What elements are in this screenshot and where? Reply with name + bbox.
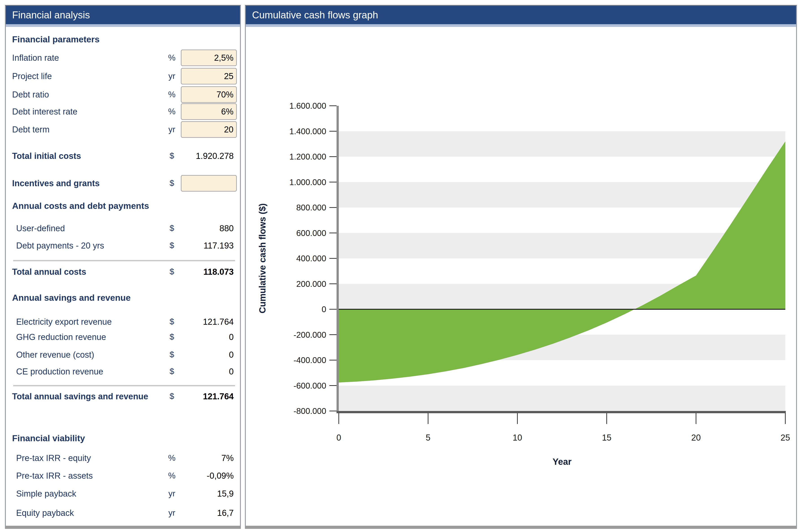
y-axis-spine (337, 106, 339, 411)
pretax-irr-assets-value: -0,09% (181, 471, 237, 481)
pretax-irr-assets-unit: % (163, 471, 181, 480)
total-annual-costs-value: 118.073 (181, 267, 237, 277)
total-annual-costs-row: Total annual costs$118.073 (12, 263, 237, 281)
simple-payback-label: Simple payback (12, 489, 163, 499)
simple-payback-value: 15,9 (181, 489, 237, 499)
annual-savings-heading-row: Annual savings and revenue (12, 289, 237, 307)
x-tick-label: 0 (336, 433, 341, 442)
financial-parameters-heading-row: Financial parameters (12, 31, 237, 49)
other-revenue-cost-value: 0 (181, 350, 237, 360)
debt-ratio-input[interactable]: 70% (181, 86, 237, 103)
debt-payments-20yrs-label: Debt payments - 20 yrs (12, 241, 163, 250)
savings-divider (13, 385, 235, 386)
header-strip (246, 24, 796, 27)
pretax-irr-equity-value: 7% (181, 453, 237, 463)
inflation-rate-row: Inflation rate%2,5% (12, 49, 237, 67)
total-annual-costs-label: Total annual costs (12, 267, 163, 277)
debt-payments-20yrs-unit: $ (163, 241, 181, 250)
y-tick-label: 0 (322, 305, 326, 314)
user-defined-unit: $ (163, 224, 181, 233)
ce-production-revenue-value: 0 (181, 367, 237, 377)
x-tick-label: 10 (513, 433, 522, 442)
project-life-unit: yr (163, 72, 181, 81)
total-initial-costs-value: 1.920.278 (181, 151, 237, 161)
inflation-rate-unit: % (163, 53, 181, 62)
equity-payback-unit: yr (163, 508, 181, 518)
debt-term-label: Debt term (12, 125, 163, 134)
debt-ratio-row: Debt ratio%70% (12, 86, 237, 103)
debt-ratio-unit: % (163, 90, 181, 99)
grid-band (339, 182, 785, 208)
ce-production-revenue-row: CE production revenue$0 (12, 363, 237, 381)
x-tick-label: 5 (426, 433, 431, 442)
financial-analysis-header: Financial analysis (6, 6, 240, 24)
project-life-input[interactable]: 25 (181, 68, 237, 84)
grid-band (339, 131, 785, 157)
debt-interest-rate-unit: % (163, 107, 181, 116)
total-initial-costs-label: Total initial costs (12, 151, 163, 161)
y-tick-label: 1.000.000 (289, 178, 326, 187)
y-tick-label: 600.000 (296, 229, 326, 238)
x-axis-title: Year (553, 457, 572, 467)
pretax-irr-equity-label: Pre-tax IRR - equity (12, 453, 163, 463)
simple-payback-row: Simple paybackyr15,9 (12, 485, 237, 502)
debt-term-input[interactable]: 20 (181, 121, 237, 138)
x-tick-label: 15 (602, 433, 611, 442)
pretax-irr-assets-row: Pre-tax IRR - assets%-0,09% (12, 467, 237, 485)
header-strip (6, 24, 240, 27)
total-annual-costs-unit: $ (163, 267, 181, 277)
y-tick-label: -600.000 (293, 381, 326, 391)
debt-payments-20yrs-value: 117.193 (181, 241, 237, 250)
costs-divider (13, 260, 235, 261)
y-tick-label: 800.000 (296, 203, 326, 212)
pretax-irr-equity-row: Pre-tax IRR - equity%7% (12, 449, 237, 467)
financial-analysis-body: Financial parametersInflation rate%2,5%P… (6, 27, 240, 526)
financial-viability-heading-row: Financial viability (12, 429, 237, 447)
grid-band (339, 386, 785, 411)
y-tick-label: 200.000 (296, 280, 326, 289)
debt-interest-rate-input[interactable]: 6% (181, 103, 237, 120)
inflation-rate-input[interactable]: 2,5% (181, 50, 237, 66)
debt-interest-rate-label: Debt interest rate (12, 107, 163, 116)
cumulative-cash-flows-header: Cumulative cash flows graph (246, 6, 796, 24)
y-tick-label: 1.200.000 (289, 152, 326, 162)
x-tick-label: 20 (691, 433, 701, 442)
total-initial-costs-row: Total initial costs$1.920.278 (12, 147, 237, 165)
user-defined-row: User-defined$880 (12, 220, 237, 237)
user-defined-label: User-defined (12, 224, 163, 233)
annual-costs-heading-row: Annual costs and debt payments (12, 197, 237, 215)
annual-savings-heading-label: Annual savings and revenue (12, 293, 237, 303)
y-tick-label: 1.400.000 (289, 127, 326, 136)
inflation-rate-label: Inflation rate (12, 53, 163, 63)
equity-payback-row: Equity paybackyr16,7 (12, 504, 237, 522)
financial-viability-heading-label: Financial viability (12, 433, 237, 443)
y-tick-label: 400.000 (296, 254, 326, 263)
incentives-and-grants-input[interactable] (181, 175, 237, 192)
x-tick-label: 25 (781, 433, 790, 442)
y-axis-title: Cumulative cash flows ($) (258, 203, 267, 313)
grid-band (339, 106, 785, 131)
equity-payback-value: 16,7 (181, 508, 237, 518)
electricity-export-revenue-unit: $ (163, 317, 181, 326)
total-initial-costs-unit: $ (163, 151, 181, 161)
debt-interest-rate-row: Debt interest rate%6% (12, 103, 237, 120)
cumulative-cash-flows-chart: 1.600.0001.400.0001.200.0001.000.000800.… (246, 27, 796, 526)
equity-payback-label: Equity payback (12, 508, 163, 518)
pretax-irr-equity-unit: % (163, 453, 181, 463)
ghg-reduction-revenue-row: GHG reduction revenue$0 (12, 328, 237, 346)
other-revenue-cost-unit: $ (163, 350, 181, 359)
financial-analysis-panel: Financial analysis Financial parametersI… (5, 5, 241, 529)
debt-ratio-label: Debt ratio (12, 90, 163, 99)
pretax-irr-assets-label: Pre-tax IRR - assets (12, 471, 163, 481)
total-annual-savings-label: Total annual savings and revenue (12, 392, 163, 401)
simple-payback-unit: yr (163, 489, 181, 498)
y-tick-label: 1.600.000 (289, 101, 326, 111)
y-tick-label: -800.000 (293, 406, 326, 416)
grid-band (339, 157, 785, 182)
financial-analysis-title: Financial analysis (12, 10, 90, 20)
debt-payments-20yrs-row: Debt payments - 20 yrs$117.193 (12, 236, 237, 254)
user-defined-value: 880 (181, 224, 237, 233)
total-annual-savings-row: Total annual savings and revenue$121.764 (12, 387, 237, 405)
x-axis-spine (337, 411, 785, 413)
electricity-export-revenue-value: 121.764 (181, 317, 237, 327)
